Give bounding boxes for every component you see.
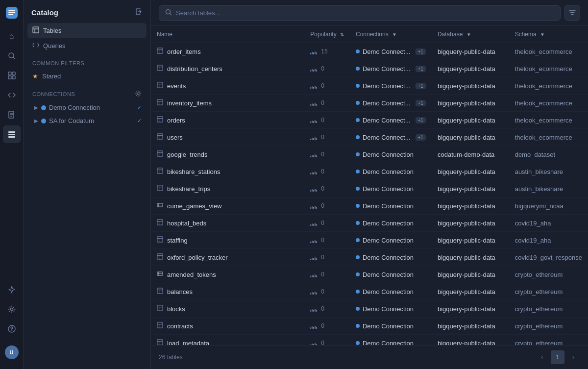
cell-connection: Demo Connection — [350, 318, 432, 335]
table-name: google_trends — [167, 151, 207, 158]
table-row[interactable]: users 0 Demo Connect... +1 bigquery-publ… — [151, 129, 588, 146]
cell-popularity: 0 — [304, 318, 350, 335]
cell-popularity: 0 — [304, 95, 350, 112]
col-schema[interactable]: Schema ▼ — [509, 26, 588, 43]
connection-name: Demo Connection — [363, 220, 414, 227]
cell-popularity: 0 — [304, 300, 350, 318]
cell-popularity: 15 — [304, 43, 350, 60]
nav-magic-icon[interactable] — [3, 281, 21, 298]
sidebar-stared-item[interactable]: ★ Stared — [27, 69, 147, 83]
svg-rect-26 — [157, 220, 163, 225]
cell-popularity: 0 — [304, 129, 350, 146]
col-database[interactable]: Database ▼ — [432, 26, 509, 43]
nav-settings-icon[interactable] — [3, 300, 21, 318]
nav-catalog-icon[interactable] — [3, 125, 21, 143]
sidebar-demo-connection[interactable]: ▶ Demo Connection ✓ — [27, 101, 147, 114]
cell-name: hospital_beds — [151, 215, 304, 232]
cell-schema: covid19_aha — [509, 232, 588, 249]
nav-code-icon[interactable] — [3, 86, 21, 104]
svg-point-14 — [137, 93, 139, 95]
extra-connections-badge: +1 — [416, 49, 426, 55]
cell-connection: Demo Connect... +1 — [350, 95, 432, 112]
search-input[interactable] — [176, 9, 554, 17]
svg-point-10 — [10, 308, 13, 311]
table-row[interactable]: contracts 0 Demo Connection bigquery-pub… — [151, 318, 588, 335]
connections-settings-icon[interactable] — [135, 90, 142, 98]
table-row[interactable]: bikeshare_trips 0 Demo Connection bigque… — [151, 180, 588, 197]
nav-home-icon[interactable]: ⌂ — [3, 27, 21, 45]
sidebar-common-filters: ★ Stared — [24, 69, 150, 83]
col-popularity[interactable]: Popularity ⇅ — [304, 26, 350, 43]
connection-name: Demo Connection — [363, 288, 414, 295]
cell-name: load_metadata — [151, 335, 304, 345]
popularity-bars-icon — [310, 323, 317, 329]
cell-schema: thelook_ecommerce — [509, 112, 588, 129]
table-row[interactable]: oxford_policy_tracker 0 Demo Connection … — [151, 249, 588, 266]
table-row[interactable]: staffing 0 Demo Connection bigquery-publ… — [151, 232, 588, 249]
table-row[interactable]: load_metadata 0 Demo Connection bigquery… — [151, 335, 588, 345]
table-name: blocks — [167, 305, 185, 313]
table-row[interactable]: blocks 0 Demo Connection bigquery-public… — [151, 300, 588, 318]
table-row[interactable]: events 0 Demo Connect... +1 bigquery-pub… — [151, 77, 588, 95]
popularity-value: 0 — [321, 202, 324, 209]
cell-popularity: 0 — [304, 146, 350, 163]
nav-browse-icon[interactable] — [3, 67, 21, 84]
extra-connections-badge: +1 — [416, 134, 426, 141]
sidebar-item-tables[interactable]: Tables — [27, 23, 147, 38]
connection-name: Demo Connect... — [363, 65, 411, 73]
popularity-bars-icon — [310, 203, 317, 209]
cell-popularity: 0 — [304, 215, 350, 232]
table-row[interactable]: inventory_items 0 Demo Connect... +1 big… — [151, 95, 588, 112]
table-row[interactable]: balances 0 Demo Connection bigquery-publ… — [151, 283, 588, 300]
cell-schema: austin_bikeshare — [509, 180, 588, 197]
user-avatar[interactable]: U — [5, 345, 19, 359]
common-filters-label: Common filters — [24, 53, 150, 69]
cell-popularity: 0 — [304, 197, 350, 215]
next-page-button[interactable]: › — [566, 350, 580, 364]
connection-name: Demo Connection — [363, 237, 414, 244]
table-type-icon — [157, 82, 163, 90]
cell-database: bigquery-public-data — [432, 95, 509, 112]
connection-dot — [356, 67, 360, 71]
table-row[interactable]: order_items 15 Demo Connect... +1 bigque… — [151, 43, 588, 60]
filter-button[interactable] — [564, 5, 580, 21]
checkmark-icon-sa: ✓ — [137, 118, 142, 124]
page-1-button[interactable]: 1 — [551, 350, 564, 364]
cell-database: bigquery-public-data — [432, 77, 509, 95]
col-name[interactable]: Name — [151, 26, 304, 43]
sidebar-item-queries[interactable]: Queries — [27, 38, 147, 53]
checkmark-icon-demo: ✓ — [137, 104, 142, 111]
table-row[interactable]: bikeshare_stations 0 Demo Connection big… — [151, 163, 588, 180]
table-row[interactable]: amended_tokens 0 Demo Connection bigquer… — [151, 266, 588, 283]
connection-name: Demo Connection — [363, 168, 414, 175]
table-row[interactable]: distribution_centers 0 Demo Connect... +… — [151, 60, 588, 77]
table-row[interactable]: orders 0 Demo Connect... +1 bigquery-pub… — [151, 112, 588, 129]
connection-name: Demo Connection — [363, 151, 414, 158]
sidebar-collapse-button[interactable] — [135, 8, 143, 17]
sidebar-sa-connection[interactable]: ▶ SA for Codatum ✓ — [27, 114, 147, 127]
catalog-table: Name Popularity ⇅ Connections ▼ Database… — [151, 26, 588, 345]
svg-rect-21 — [157, 134, 163, 139]
app-logo — [3, 4, 21, 22]
cell-name: orders — [151, 112, 304, 129]
prev-page-button[interactable]: ‹ — [535, 350, 549, 364]
table-name: hospital_beds — [167, 220, 206, 227]
cell-connection: Demo Connect... +1 — [350, 112, 432, 129]
popularity-bars-icon — [310, 169, 317, 174]
search-box[interactable] — [159, 5, 561, 21]
connection-name: Demo Connection — [363, 340, 414, 345]
popularity-sort-icon: ⇅ — [340, 32, 344, 37]
nav-search-icon[interactable] — [3, 47, 21, 65]
cell-schema: austin_bikeshare — [509, 163, 588, 180]
nav-doc-icon[interactable] — [3, 106, 21, 123]
connection-dot-demo — [41, 105, 46, 110]
table-body: order_items 15 Demo Connect... +1 bigque… — [151, 43, 588, 345]
col-connections[interactable]: Connections ▼ — [350, 26, 432, 43]
nav-help-icon[interactable] — [3, 320, 21, 338]
table-row[interactable]: cume_games_view 0 Demo Connection bigque… — [151, 197, 588, 215]
table-name: orders — [167, 117, 185, 124]
table-row[interactable]: hospital_beds 0 Demo Connection bigquery… — [151, 215, 588, 232]
popularity-bars-icon — [310, 49, 317, 54]
table-row[interactable]: google_trends 0 Demo Connection codatum-… — [151, 146, 588, 163]
cell-name: events — [151, 77, 304, 95]
